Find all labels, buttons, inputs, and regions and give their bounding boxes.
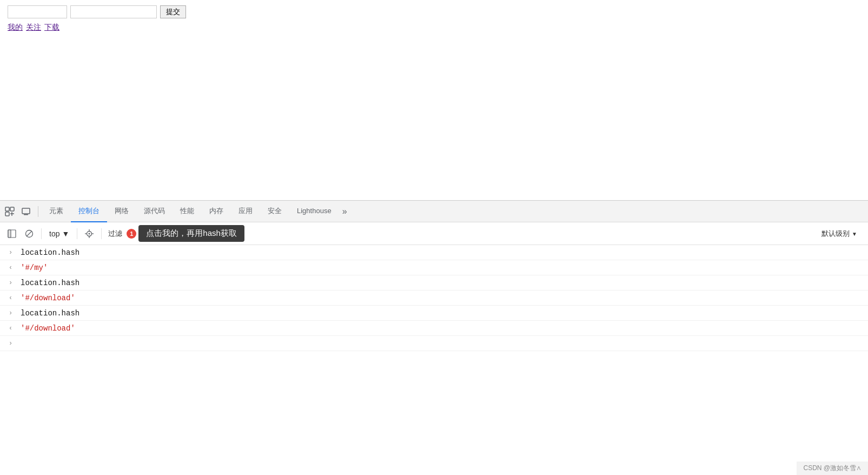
tab-memory[interactable]: 内存 [202,201,231,222]
console-expression: location.hash [21,279,79,287]
tab-security[interactable]: 安全 [260,201,289,222]
console-result: '#/download' [21,294,75,302]
console-line: › location.hash [0,245,868,260]
form-row: 提交 [8,5,860,18]
tab-network[interactable]: 网络 [107,201,136,222]
tooltip-popup: 点击我的，再用hash获取 [138,225,244,242]
more-tabs-button[interactable]: » [339,207,350,216]
svg-line-10 [26,231,32,236]
default-levels-label: 默认级别 ▼ [821,229,864,239]
console-line: ‹ '#/download' [0,291,868,306]
svg-rect-1 [10,207,14,211]
tab-sources[interactable]: 源代码 [136,201,173,222]
nav-link-follow[interactable]: 关注 [26,23,41,32]
tab-application[interactable]: 应用 [231,201,260,222]
context-selector[interactable]: top ▼ [46,226,72,241]
svg-rect-0 [5,207,9,211]
svg-rect-5 [22,208,30,214]
console-result: '#/download' [21,324,75,333]
devtools-panel: 元素 控制台 网络 源代码 性能 内存 应用 安全 Lighthouse » t… [0,200,868,475]
tab-lighthouse[interactable]: Lighthouse [289,201,339,222]
expand-arrow-icon[interactable]: › [9,309,15,317]
context-label: top [49,229,59,238]
svg-rect-2 [5,212,9,216]
tab-performance[interactable]: 性能 [173,201,202,222]
expand-arrow-icon[interactable]: › [9,249,15,256]
devtools-tab-bar: 元素 控制台 网络 源代码 性能 内存 应用 安全 Lighthouse » [0,201,868,222]
console-line: ‹ '#/my' [0,260,868,275]
toolbar-divider-2 [77,228,77,239]
svg-point-12 [89,233,90,234]
console-input[interactable] [21,339,868,348]
svg-rect-6 [24,214,28,215]
nav-link-my[interactable]: 我的 [8,23,23,32]
form-input-1[interactable] [8,5,67,18]
console-result: '#/my' [21,263,48,272]
console-line: › location.hash [0,275,868,291]
tab-elements[interactable]: 元素 [42,201,71,222]
tab-divider-1 [38,206,38,217]
show-sidebar-button[interactable] [4,226,19,241]
toolbar-divider-1 [41,228,42,239]
nav-link-download[interactable]: 下载 [44,23,59,32]
collapse-arrow-icon[interactable]: ‹ [9,325,15,332]
filter-label: 过滤 [106,229,124,239]
device-icon[interactable] [18,204,34,219]
status-bar: CSDN @激如冬雪∧ [797,461,868,475]
form-input-2[interactable] [70,5,157,18]
live-expressions-button[interactable] [82,226,97,241]
nav-links: 我的 关注 下载 [8,23,860,32]
collapse-arrow-icon[interactable]: ‹ [9,264,15,272]
toolbar-divider-3 [101,228,102,239]
console-line: › location.hash [0,306,868,321]
console-line: ‹ '#/download' [0,321,868,336]
error-badge: 1 [127,229,136,239]
console-prompt-line: › [0,336,868,351]
prompt-arrow-icon: › [9,340,15,347]
submit-button[interactable]: 提交 [160,5,186,18]
console-expression: location.hash [21,248,79,257]
console-expression: location.hash [21,309,79,318]
dropdown-arrow-icon: ▼ [62,229,69,238]
collapse-arrow-icon[interactable]: ‹ [9,294,15,302]
status-text: CSDN @激如冬雪∧ [803,464,862,472]
inspect-icon[interactable] [2,204,17,219]
expand-arrow-icon[interactable]: › [9,279,15,287]
console-output: › location.hash ‹ '#/my' › location.hash… [0,245,868,475]
console-toolbar: top ▼ 过滤 1 点击我的，再用hash获取 默认级别 ▼ [0,222,868,245]
page-content: 提交 我的 关注 下载 [0,0,868,200]
tab-console[interactable]: 控制台 [71,201,107,222]
svg-rect-8 [8,230,11,237]
clear-console-button[interactable] [22,226,37,241]
